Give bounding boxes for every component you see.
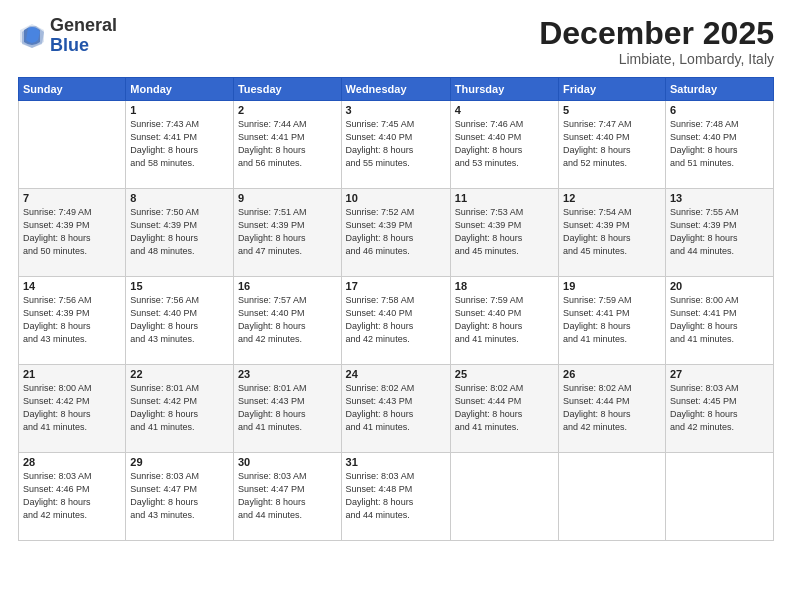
calendar-cell-w2-d6: 12Sunrise: 7:54 AMSunset: 4:39 PMDayligh… <box>559 189 666 277</box>
calendar-cell-w1-d2: 1Sunrise: 7:43 AMSunset: 4:41 PMDaylight… <box>126 101 234 189</box>
day-info: Sunrise: 7:52 AMSunset: 4:39 PMDaylight:… <box>346 206 446 258</box>
week-row-3: 14Sunrise: 7:56 AMSunset: 4:39 PMDayligh… <box>19 277 774 365</box>
calendar-cell-w4-d1: 21Sunrise: 8:00 AMSunset: 4:42 PMDayligh… <box>19 365 126 453</box>
day-number: 20 <box>670 280 769 292</box>
day-info: Sunrise: 7:57 AMSunset: 4:40 PMDaylight:… <box>238 294 337 346</box>
calendar-cell-w3-d3: 16Sunrise: 7:57 AMSunset: 4:40 PMDayligh… <box>233 277 341 365</box>
calendar-cell-w2-d1: 7Sunrise: 7:49 AMSunset: 4:39 PMDaylight… <box>19 189 126 277</box>
calendar-cell-w5-d5 <box>450 453 558 541</box>
day-info: Sunrise: 7:48 AMSunset: 4:40 PMDaylight:… <box>670 118 769 170</box>
day-number: 26 <box>563 368 661 380</box>
calendar-cell-w2-d4: 10Sunrise: 7:52 AMSunset: 4:39 PMDayligh… <box>341 189 450 277</box>
calendar-cell-w4-d3: 23Sunrise: 8:01 AMSunset: 4:43 PMDayligh… <box>233 365 341 453</box>
calendar-cell-w5-d4: 31Sunrise: 8:03 AMSunset: 4:48 PMDayligh… <box>341 453 450 541</box>
day-number: 30 <box>238 456 337 468</box>
calendar-cell-w3-d6: 19Sunrise: 7:59 AMSunset: 4:41 PMDayligh… <box>559 277 666 365</box>
calendar-cell-w2-d5: 11Sunrise: 7:53 AMSunset: 4:39 PMDayligh… <box>450 189 558 277</box>
day-info: Sunrise: 8:03 AMSunset: 4:46 PMDaylight:… <box>23 470 121 522</box>
calendar-cell-w2-d7: 13Sunrise: 7:55 AMSunset: 4:39 PMDayligh… <box>665 189 773 277</box>
week-row-2: 7Sunrise: 7:49 AMSunset: 4:39 PMDaylight… <box>19 189 774 277</box>
col-friday: Friday <box>559 78 666 101</box>
day-info: Sunrise: 7:47 AMSunset: 4:40 PMDaylight:… <box>563 118 661 170</box>
page-header: General Blue December 2025 Limbiate, Lom… <box>18 16 774 67</box>
calendar-cell-w4-d7: 27Sunrise: 8:03 AMSunset: 4:45 PMDayligh… <box>665 365 773 453</box>
day-info: Sunrise: 7:59 AMSunset: 4:40 PMDaylight:… <box>455 294 554 346</box>
calendar-cell-w4-d4: 24Sunrise: 8:02 AMSunset: 4:43 PMDayligh… <box>341 365 450 453</box>
day-info: Sunrise: 8:00 AMSunset: 4:42 PMDaylight:… <box>23 382 121 434</box>
day-number: 9 <box>238 192 337 204</box>
calendar-cell-w5-d7 <box>665 453 773 541</box>
day-number: 8 <box>130 192 229 204</box>
day-number: 29 <box>130 456 229 468</box>
calendar-cell-w5-d1: 28Sunrise: 8:03 AMSunset: 4:46 PMDayligh… <box>19 453 126 541</box>
day-number: 22 <box>130 368 229 380</box>
calendar-cell-w3-d4: 17Sunrise: 7:58 AMSunset: 4:40 PMDayligh… <box>341 277 450 365</box>
calendar-cell-w1-d5: 4Sunrise: 7:46 AMSunset: 4:40 PMDaylight… <box>450 101 558 189</box>
day-info: Sunrise: 7:43 AMSunset: 4:41 PMDaylight:… <box>130 118 229 170</box>
day-info: Sunrise: 7:59 AMSunset: 4:41 PMDaylight:… <box>563 294 661 346</box>
calendar-cell-w4-d2: 22Sunrise: 8:01 AMSunset: 4:42 PMDayligh… <box>126 365 234 453</box>
day-info: Sunrise: 7:54 AMSunset: 4:39 PMDaylight:… <box>563 206 661 258</box>
day-number: 25 <box>455 368 554 380</box>
day-info: Sunrise: 7:56 AMSunset: 4:39 PMDaylight:… <box>23 294 121 346</box>
day-info: Sunrise: 7:46 AMSunset: 4:40 PMDaylight:… <box>455 118 554 170</box>
col-monday: Monday <box>126 78 234 101</box>
calendar-cell-w1-d7: 6Sunrise: 7:48 AMSunset: 4:40 PMDaylight… <box>665 101 773 189</box>
calendar-cell-w3-d1: 14Sunrise: 7:56 AMSunset: 4:39 PMDayligh… <box>19 277 126 365</box>
day-info: Sunrise: 7:51 AMSunset: 4:39 PMDaylight:… <box>238 206 337 258</box>
day-number: 4 <box>455 104 554 116</box>
day-info: Sunrise: 7:53 AMSunset: 4:39 PMDaylight:… <box>455 206 554 258</box>
day-number: 18 <box>455 280 554 292</box>
day-info: Sunrise: 7:58 AMSunset: 4:40 PMDaylight:… <box>346 294 446 346</box>
calendar-cell-w3-d7: 20Sunrise: 8:00 AMSunset: 4:41 PMDayligh… <box>665 277 773 365</box>
calendar-cell-w1-d4: 3Sunrise: 7:45 AMSunset: 4:40 PMDaylight… <box>341 101 450 189</box>
day-info: Sunrise: 8:03 AMSunset: 4:48 PMDaylight:… <box>346 470 446 522</box>
calendar-cell-w5-d2: 29Sunrise: 8:03 AMSunset: 4:47 PMDayligh… <box>126 453 234 541</box>
day-number: 16 <box>238 280 337 292</box>
day-info: Sunrise: 7:50 AMSunset: 4:39 PMDaylight:… <box>130 206 229 258</box>
calendar-cell-w4-d6: 26Sunrise: 8:02 AMSunset: 4:44 PMDayligh… <box>559 365 666 453</box>
calendar-cell-w1-d3: 2Sunrise: 7:44 AMSunset: 4:41 PMDaylight… <box>233 101 341 189</box>
day-number: 15 <box>130 280 229 292</box>
logo: General Blue <box>18 16 117 56</box>
calendar-cell-w3-d5: 18Sunrise: 7:59 AMSunset: 4:40 PMDayligh… <box>450 277 558 365</box>
day-number: 1 <box>130 104 229 116</box>
calendar-cell-w5-d6 <box>559 453 666 541</box>
day-info: Sunrise: 7:45 AMSunset: 4:40 PMDaylight:… <box>346 118 446 170</box>
day-number: 11 <box>455 192 554 204</box>
week-row-1: 1Sunrise: 7:43 AMSunset: 4:41 PMDaylight… <box>19 101 774 189</box>
day-number: 13 <box>670 192 769 204</box>
col-thursday: Thursday <box>450 78 558 101</box>
day-info: Sunrise: 8:02 AMSunset: 4:44 PMDaylight:… <box>563 382 661 434</box>
day-number: 23 <box>238 368 337 380</box>
day-number: 27 <box>670 368 769 380</box>
calendar-cell-w4-d5: 25Sunrise: 8:02 AMSunset: 4:44 PMDayligh… <box>450 365 558 453</box>
day-number: 6 <box>670 104 769 116</box>
location: Limbiate, Lombardy, Italy <box>539 51 774 67</box>
day-info: Sunrise: 7:55 AMSunset: 4:39 PMDaylight:… <box>670 206 769 258</box>
col-wednesday: Wednesday <box>341 78 450 101</box>
col-tuesday: Tuesday <box>233 78 341 101</box>
col-sunday: Sunday <box>19 78 126 101</box>
month-title: December 2025 <box>539 16 774 51</box>
calendar-cell-w5-d3: 30Sunrise: 8:03 AMSunset: 4:47 PMDayligh… <box>233 453 341 541</box>
day-info: Sunrise: 8:02 AMSunset: 4:44 PMDaylight:… <box>455 382 554 434</box>
col-saturday: Saturday <box>665 78 773 101</box>
day-info: Sunrise: 8:01 AMSunset: 4:42 PMDaylight:… <box>130 382 229 434</box>
week-row-4: 21Sunrise: 8:00 AMSunset: 4:42 PMDayligh… <box>19 365 774 453</box>
day-info: Sunrise: 8:02 AMSunset: 4:43 PMDaylight:… <box>346 382 446 434</box>
day-number: 12 <box>563 192 661 204</box>
calendar-cell-w1-d1 <box>19 101 126 189</box>
day-info: Sunrise: 8:03 AMSunset: 4:45 PMDaylight:… <box>670 382 769 434</box>
calendar-cell-w1-d6: 5Sunrise: 7:47 AMSunset: 4:40 PMDaylight… <box>559 101 666 189</box>
logo-text: General Blue <box>50 16 117 56</box>
day-info: Sunrise: 8:03 AMSunset: 4:47 PMDaylight:… <box>130 470 229 522</box>
title-block: December 2025 Limbiate, Lombardy, Italy <box>539 16 774 67</box>
day-number: 3 <box>346 104 446 116</box>
day-number: 31 <box>346 456 446 468</box>
logo-icon <box>18 22 46 50</box>
day-info: Sunrise: 8:03 AMSunset: 4:47 PMDaylight:… <box>238 470 337 522</box>
day-info: Sunrise: 7:56 AMSunset: 4:40 PMDaylight:… <box>130 294 229 346</box>
day-info: Sunrise: 7:49 AMSunset: 4:39 PMDaylight:… <box>23 206 121 258</box>
calendar-header-row: Sunday Monday Tuesday Wednesday Thursday… <box>19 78 774 101</box>
